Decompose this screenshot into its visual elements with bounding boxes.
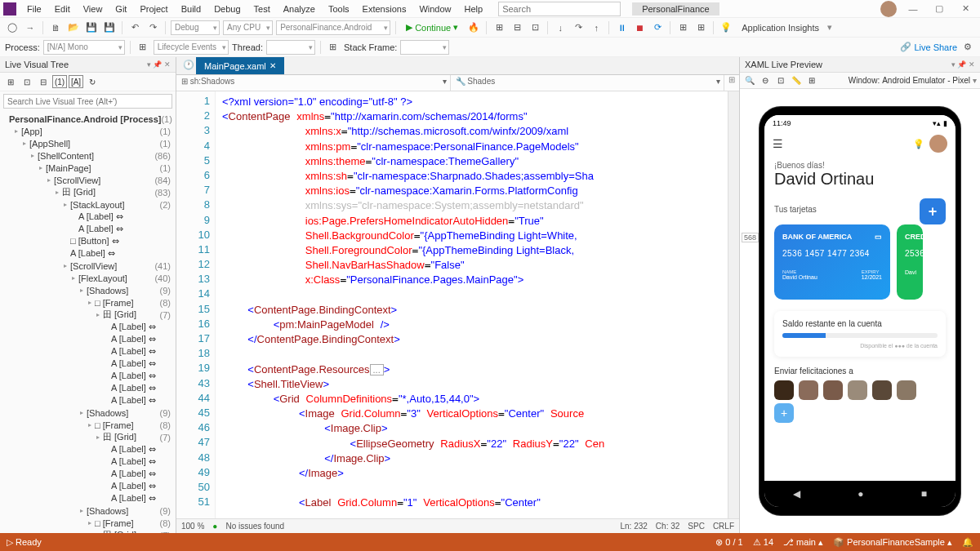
bulb-icon[interactable]: 💡	[913, 139, 924, 149]
tree-row[interactable]: ▸田 [Grid](7)	[0, 309, 176, 321]
nav-back-icon[interactable]: ◀	[793, 488, 800, 500]
open-icon[interactable]: 📂	[66, 20, 81, 35]
tree-row[interactable]: ▸□ [Frame](8)	[0, 517, 176, 529]
nav-fwd-icon[interactable]: →	[23, 20, 38, 35]
restart-icon[interactable]: ⟳	[650, 20, 665, 35]
config-combo[interactable]: Debug	[171, 20, 220, 35]
maximize-button[interactable]: ▢	[928, 2, 951, 16]
lvt-refresh-icon[interactable]: ↻	[85, 75, 100, 88]
feedback-icon[interactable]: ⚙	[960, 40, 975, 55]
tree-row[interactable]: A [Label] ⇔	[0, 247, 176, 260]
cards-row[interactable]: Bank of America▭ 2536 1457 1477 2364 NAM…	[774, 224, 946, 300]
add-card-button[interactable]: +	[920, 198, 946, 224]
recipient-avatar[interactable]	[872, 380, 892, 400]
nav-back-icon[interactable]: ◯	[5, 20, 20, 35]
issues-label[interactable]: No issues found	[225, 522, 284, 531]
tree-row[interactable]: A [Label] ⇔	[0, 370, 176, 382]
tree-row[interactable]: A [Label] ⇔	[0, 492, 176, 504]
undo-icon[interactable]: ↶	[127, 20, 142, 35]
menu-file[interactable]: File	[21, 2, 47, 16]
app-insights-button[interactable]: Application Insights	[737, 21, 824, 34]
status-errors[interactable]: ⊗ 0 / 1	[715, 537, 742, 548]
tree-row[interactable]: A [Label] ⇔	[0, 468, 176, 480]
tree-row[interactable]: ▸□ [Frame](8)	[0, 296, 176, 309]
thread-combo[interactable]	[266, 40, 315, 55]
tree-row[interactable]: ▸田 [Grid](7)	[0, 431, 176, 443]
xlp-select-icon[interactable]: ⊡	[774, 74, 787, 87]
nav-type-combo[interactable]: ⊞ sh:Shadows	[176, 75, 451, 91]
tree-row[interactable]: ▸[App](1)	[0, 125, 176, 137]
lvt-track-icon[interactable]: ⊟	[36, 75, 51, 88]
recipient-avatar[interactable]	[774, 380, 794, 400]
visual-tree[interactable]: PersonalFinance.Android [Process](1)▸[Ap…	[0, 111, 176, 533]
xlp-pin-icon[interactable]: ▾ 📌 ✕	[951, 60, 975, 69]
lvt-search-input[interactable]	[3, 94, 172, 109]
lvt-select-icon[interactable]: ⊞	[3, 75, 18, 88]
code-area[interactable]: <?xml version="1.0" encoding="utf-8" ?> …	[216, 91, 728, 518]
pin-icon[interactable]: ▾ 📌 ✕	[147, 60, 171, 69]
tb-icon-1[interactable]: ⊞	[492, 20, 506, 35]
recipient-avatar[interactable]	[848, 380, 867, 400]
tb-icon-2[interactable]: ⊟	[510, 20, 524, 35]
status-bell-icon[interactable]: 🔔	[962, 537, 973, 548]
card-bank-of-america[interactable]: Bank of America▭ 2536 1457 1477 2364 NAM…	[774, 224, 890, 300]
menu-help[interactable]: Help	[459, 2, 489, 16]
recipient-avatar[interactable]	[823, 380, 843, 400]
tb-icon-3[interactable]: ⊡	[528, 20, 542, 35]
tree-row[interactable]: A [Label] ⇔	[0, 321, 176, 333]
redo-icon[interactable]: ↷	[145, 20, 160, 35]
tb-misc-2[interactable]: ⊞	[693, 20, 708, 35]
recipient-avatar[interactable]	[897, 380, 916, 400]
solution-name[interactable]: PersonalFinance	[632, 2, 719, 16]
tree-row[interactable]: ▸□ [Frame](8)	[0, 419, 176, 431]
card-credit[interactable]: Cred 2536 Davi	[897, 224, 923, 300]
tree-row[interactable]: ▸[MainPage](1)	[0, 162, 176, 174]
hot-reload-icon[interactable]: 🔥	[466, 20, 481, 35]
step-over-icon[interactable]: ↷	[571, 20, 586, 35]
tree-row[interactable]: ▸田 [Grid](83)	[0, 186, 176, 198]
hamburger-icon[interactable]: ☰	[773, 137, 783, 150]
tree-row[interactable]: ▸[ShellContent](86)	[0, 149, 176, 162]
tree-row[interactable]: ▸[StackLayout](2)	[0, 198, 176, 211]
xlp-ruler-icon[interactable]: 📏	[790, 74, 803, 87]
stackframe-icon[interactable]: ⊞	[326, 40, 341, 55]
tree-row[interactable]: ▸[Shadows](9)	[0, 504, 176, 517]
xlp-zoom-out-icon[interactable]: ⊖	[759, 74, 772, 87]
minimize-button[interactable]: —	[902, 2, 924, 16]
xlp-zoom-in-icon[interactable]: 🔍	[743, 74, 756, 87]
user-avatar-icon[interactable]	[880, 1, 897, 17]
process-combo[interactable]: [N/A] Mono	[43, 40, 125, 55]
live-share-button[interactable]: 🔗 Live Share	[900, 42, 957, 52]
status-repo[interactable]: 📦 PersonalFinanceSample ▴	[833, 537, 952, 548]
tree-row[interactable]: A [Label] ⇔	[0, 358, 176, 370]
tree-row[interactable]: A [Label] ⇔	[0, 382, 176, 394]
tree-row[interactable]: ▸[Shadows](9)	[0, 284, 176, 296]
tb-misc-1[interactable]: ⊞	[675, 20, 690, 35]
lifecycle-icon[interactable]: ⊞	[136, 40, 150, 55]
tree-row[interactable]: A [Label] ⇔	[0, 394, 176, 407]
save-icon[interactable]: 💾	[84, 20, 99, 35]
nav-member-combo[interactable]: 🔧 Shades	[451, 75, 725, 91]
menu-extensions[interactable]: Extensions	[357, 2, 412, 16]
tree-row[interactable]: □ [Button] ⇔	[0, 235, 176, 247]
tree-row[interactable]: A [Label] ⇔	[0, 223, 176, 235]
menu-analyze[interactable]: Analyze	[278, 2, 321, 16]
tree-row[interactable]: ▸[Shadows](9)	[0, 407, 176, 419]
xlp-select2-icon[interactable]: ⊞	[805, 74, 818, 87]
nav-recent-icon[interactable]: ■	[921, 488, 927, 500]
tab-history-icon[interactable]: 🕐	[181, 57, 196, 72]
split-icon[interactable]: ⊞	[724, 75, 739, 91]
lvt-text-icon[interactable]: [A]	[69, 75, 83, 88]
editor-scrollbar[interactable]	[728, 91, 739, 518]
tree-row[interactable]: A [Label] ⇔	[0, 480, 176, 492]
stop-icon[interactable]: ⏹	[632, 20, 647, 35]
menu-tools[interactable]: Tools	[323, 2, 355, 16]
menu-test[interactable]: Test	[248, 2, 276, 16]
pause-icon[interactable]: ⏸	[614, 20, 629, 35]
menu-debug[interactable]: Debug	[208, 2, 246, 16]
zoom-level[interactable]: 100 %	[181, 522, 204, 531]
stackframe-combo[interactable]	[400, 40, 449, 55]
tree-row[interactable]: ▸[FlexLayout](40)	[0, 272, 176, 284]
profile-avatar-icon[interactable]	[929, 135, 947, 153]
menu-build[interactable]: Build	[176, 2, 207, 16]
